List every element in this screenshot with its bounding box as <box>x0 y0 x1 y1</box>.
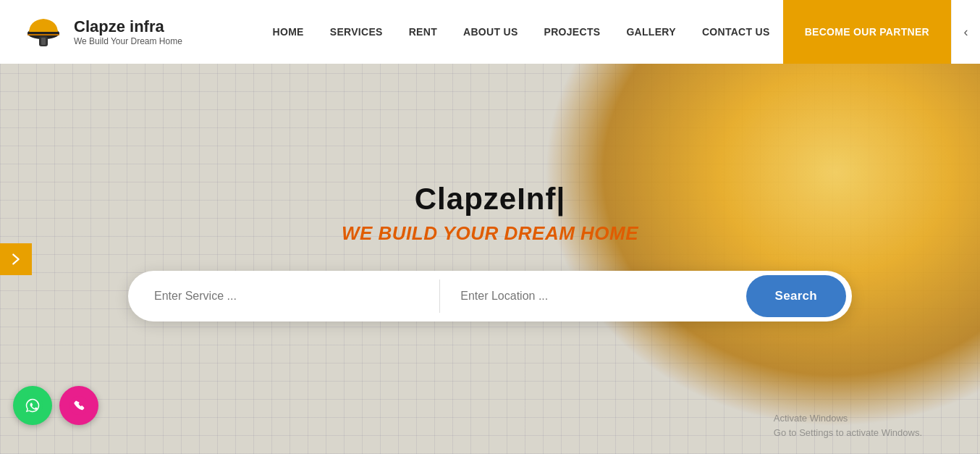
svg-point-5 <box>22 395 43 416</box>
svg-rect-2 <box>28 34 59 35</box>
svg-rect-4 <box>41 38 46 45</box>
nav-partner-button[interactable]: BECOME OUR PARTNER <box>783 0 951 64</box>
nav-chevron-icon[interactable]: ‹ <box>951 0 980 64</box>
nav-rent[interactable]: RENT <box>396 0 450 64</box>
whatsapp-button[interactable] <box>13 386 52 425</box>
main-nav: HOME SERVICES RENT ABOUT US PROJECTS GAL… <box>204 0 980 64</box>
nav-contact[interactable]: CONTACT US <box>689 0 783 64</box>
nav-gallery[interactable]: GALLERY <box>613 0 688 64</box>
logo-text-block: Clapze infra We Build Your Dream Home <box>74 17 182 46</box>
logo-subtitle: We Build Your Dream Home <box>74 36 182 46</box>
hero-content: ClapzeInf| WE BUILD YOUR DREAM HOME Sear… <box>0 64 980 454</box>
arrow-right-icon <box>8 251 24 267</box>
logo-area: Clapze infra We Build Your Dream Home <box>0 10 204 54</box>
hero-subtitle: WE BUILD YOUR DREAM HOME <box>342 222 638 245</box>
nav-about[interactable]: ABOUT US <box>450 0 531 64</box>
nav-services[interactable]: SERVICES <box>317 0 396 64</box>
hero-title: ClapzeInf| <box>415 182 565 217</box>
search-location-input[interactable] <box>440 271 740 321</box>
whatsapp-icon <box>22 395 43 416</box>
search-bar: Search <box>128 271 852 321</box>
search-button[interactable]: Search <box>746 275 847 317</box>
phone-button[interactable] <box>59 386 98 425</box>
search-service-input[interactable] <box>128 271 439 321</box>
nav-home[interactable]: HOME <box>260 0 317 64</box>
logo-title: Clapze infra <box>74 17 182 36</box>
hero-section: ClapzeInf| WE BUILD YOUR DREAM HOME Sear… <box>0 64 980 454</box>
header: Clapze infra We Build Your Dream Home HO… <box>0 0 980 64</box>
nav-projects[interactable]: PROJECTS <box>531 0 614 64</box>
phone-icon <box>69 396 88 415</box>
logo-icon <box>22 10 65 54</box>
float-arrow-button[interactable] <box>0 243 32 275</box>
